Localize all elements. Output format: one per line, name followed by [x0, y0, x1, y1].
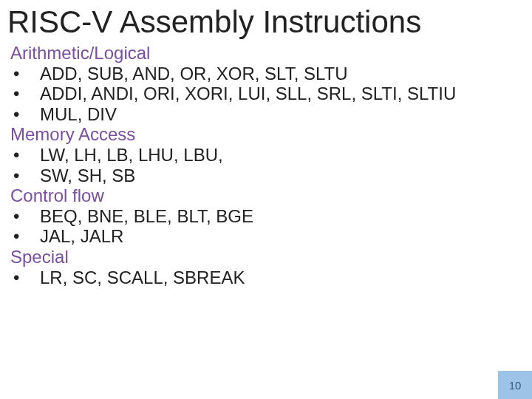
page-number-box: 10 — [498, 371, 532, 399]
bullet-icon: • — [27, 83, 40, 104]
list-item: •MUL, DIV — [10, 104, 522, 125]
bullet-icon: • — [27, 145, 40, 166]
list-item-text: LW, LH, LB, LHU, LBU, — [40, 145, 223, 165]
slide: RISC-V Assembly Instructions Arithmetic/… — [0, 0, 532, 399]
bullet-icon: • — [27, 206, 40, 227]
list-item: •LW, LH, LB, LHU, LBU, — [10, 145, 522, 166]
list-item: •BEQ, BNE, BLE, BLT, BGE — [10, 206, 522, 227]
bullet-icon: • — [27, 267, 40, 288]
list-item-text: ADDI, ANDI, ORI, XORI, LUI, SLL, SRL, SL… — [40, 83, 456, 103]
list-item-text: ADD, SUB, AND, OR, XOR, SLT, SLTU — [40, 64, 348, 83]
slide-body: Arithmetic/Logical •ADD, SUB, AND, OR, X… — [0, 40, 532, 287]
list-item-text: JAL, JALR — [40, 226, 123, 246]
list-item-text: LR, SC, SCALL, SBREAK — [40, 267, 245, 287]
list-item: •JAL, JALR — [10, 226, 522, 247]
category-memory: Memory Access — [10, 124, 522, 145]
bullet-icon: • — [27, 64, 40, 84]
list-item: •LR, SC, SCALL, SBREAK — [10, 267, 522, 288]
bullet-icon: • — [27, 166, 40, 186]
bullet-icon: • — [27, 226, 40, 247]
slide-title: RISC-V Assembly Instructions — [0, 0, 532, 40]
list-item: •ADD, SUB, AND, OR, XOR, SLT, SLTU — [10, 64, 522, 84]
category-special: Special — [10, 247, 522, 267]
bullet-icon: • — [27, 104, 40, 125]
list-item-text: BEQ, BNE, BLE, BLT, BGE — [40, 206, 253, 226]
list-item: •ADDI, ANDI, ORI, XORI, LUI, SLL, SRL, S… — [10, 83, 522, 104]
list-item: •SW, SH, SB — [10, 166, 522, 186]
page-number: 10 — [509, 379, 522, 392]
list-item-text: MUL, DIV — [40, 104, 117, 124]
category-control-flow: Control flow — [10, 185, 522, 206]
list-item-text: SW, SH, SB — [40, 166, 135, 185]
category-arithmetic: Arithmetic/Logical — [10, 43, 522, 64]
